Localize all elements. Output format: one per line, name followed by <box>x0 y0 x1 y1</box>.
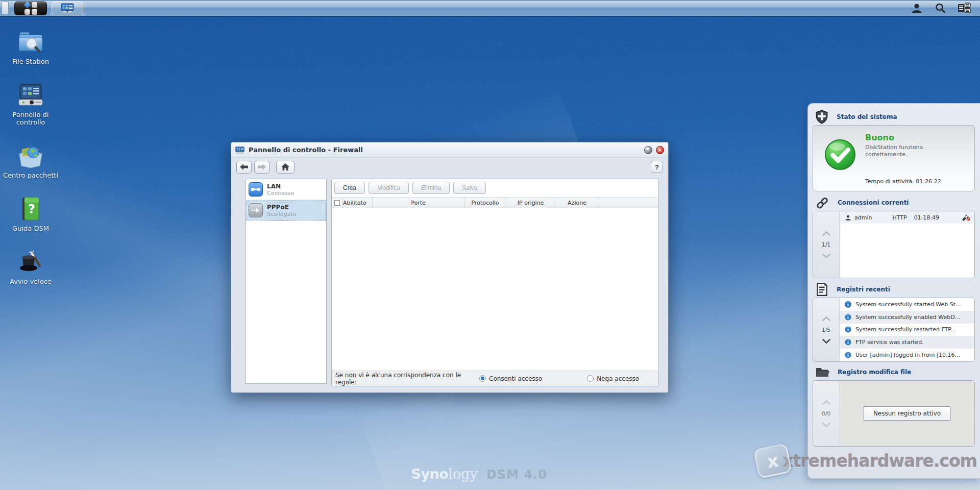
connection-protocol: HTTP <box>892 214 906 221</box>
allow-access-option[interactable]: Consenti accesso <box>479 375 542 382</box>
page-down-button[interactable] <box>821 422 831 428</box>
interface-list: LAN Connesso PPPoE Scollegato <box>246 179 327 384</box>
recent-logs-panel: 1/5 System successfully started Web St..… <box>813 298 975 362</box>
show-desktop-button[interactable] <box>2 2 9 15</box>
widget-title: Stato del sistema <box>837 113 897 120</box>
connection-row: admin HTTP 01:18:49 <box>840 211 974 224</box>
folder-icon <box>815 366 829 378</box>
pilot-view-button[interactable] <box>958 3 971 14</box>
rules-table-header: Abilitato Porte Protocollo IP origine Az… <box>332 197 658 208</box>
file-log-content: Nessun registro attivo <box>840 381 974 446</box>
lan-icon <box>249 182 263 197</box>
widget-sidebar: Stato del sistema Buono DiskStation funz… <box>807 103 980 479</box>
pager-label: 0/0 <box>822 410 831 417</box>
column-header-abilitato[interactable]: Abilitato <box>343 198 373 208</box>
user-icon <box>845 214 851 221</box>
connections-pager: 1/1 <box>813 211 840 278</box>
logs-pager: 1/5 <box>813 298 840 361</box>
user-icon <box>911 2 923 14</box>
desktop-icons: File Station Pannello di controllo <box>1 29 60 302</box>
page-down-button[interactable] <box>821 253 831 259</box>
widget-title: Registro modifica file <box>838 369 911 376</box>
interface-name: PPPoE <box>267 204 296 211</box>
xtremehardware-logo-icon: x <box>753 443 793 479</box>
taskbar-right-icons <box>911 2 980 14</box>
desktop: File Station Pannello di controllo <box>0 0 980 490</box>
info-icon <box>845 339 851 346</box>
main-menu-button[interactable] <box>14 2 47 15</box>
chevron-down-icon <box>822 423 830 427</box>
desktop-icon-dsm-help[interactable]: ? Guida DSM <box>1 195 60 232</box>
arrow-right-icon <box>258 164 266 170</box>
window-toolbar: ? <box>231 158 668 176</box>
firewall-rules-panel: Crea Modifica Elimina Salva Abilitato Po… <box>331 179 658 386</box>
desktop-icon-label: Avvio veloce <box>10 278 52 285</box>
control-panel-icon <box>16 82 45 108</box>
disconnect-button[interactable] <box>961 214 970 221</box>
system-status-panel: Buono DiskStation funziona correttamente… <box>813 125 975 191</box>
create-button[interactable]: Crea <box>334 182 365 194</box>
desktop-icon-label: Guida DSM <box>12 225 49 232</box>
chevron-up-icon <box>822 316 830 321</box>
pppoe-icon <box>249 203 263 217</box>
system-status-value: Buono <box>865 133 969 142</box>
column-header-ip-origine[interactable]: IP origine <box>506 198 555 208</box>
system-status-description: DiskStation funziona correttamente. <box>865 144 947 158</box>
page-up-button[interactable] <box>821 315 831 322</box>
svg-text:?: ? <box>28 202 35 216</box>
deny-access-option[interactable]: Nega accesso <box>587 375 639 382</box>
window-titlebar[interactable]: Pannello di controllo - Firewall ✕ <box>231 142 668 158</box>
radio-unselected-icon <box>587 375 594 382</box>
pager-label: 1/1 <box>822 241 831 248</box>
close-button[interactable]: ✕ <box>656 146 664 154</box>
column-header-azione[interactable]: Azione <box>555 198 599 208</box>
taskbar-item-control-panel[interactable] <box>52 2 83 15</box>
interface-item-pppoe[interactable]: PPPoE Scollegato <box>246 200 326 221</box>
default-policy-label: Se non vi è alcuna corrispondenza con le… <box>335 372 479 386</box>
rules-footer: Se non vi è alcuna corrispondenza con le… <box>332 371 658 386</box>
select-all-checkbox[interactable] <box>334 200 340 206</box>
interface-item-lan[interactable]: LAN Connesso <box>246 179 326 200</box>
log-row: FTP service was started. <box>840 336 974 349</box>
column-header-protocollo[interactable]: Protocollo <box>464 198 506 208</box>
window-icon <box>235 146 244 154</box>
page-down-button[interactable] <box>821 338 831 345</box>
desktop-icon-label: Centro pacchetti <box>3 172 58 179</box>
forward-button[interactable] <box>254 161 270 174</box>
save-button[interactable]: Salva <box>453 182 486 194</box>
desktop-icon-file-station[interactable]: File Station <box>1 29 60 65</box>
desktop-icon-control-panel[interactable]: Pannello di controllo <box>1 82 60 126</box>
search-button[interactable] <box>934 2 946 14</box>
dsm-help-icon: ? <box>16 195 45 222</box>
log-row: User [admin] logged in from [10.16... <box>840 349 974 361</box>
page-up-button[interactable] <box>821 399 831 406</box>
chevron-down-icon <box>822 339 830 344</box>
file-station-icon <box>16 29 45 55</box>
control-panel-window: Pannello di controllo - Firewall ✕ ? <box>231 142 669 393</box>
help-button[interactable]: ? <box>651 161 663 173</box>
chevron-up-icon <box>822 231 830 236</box>
rules-table-body <box>332 208 658 371</box>
file-change-log-header: Registro modifica file <box>813 364 975 380</box>
column-header-porte[interactable]: Porte <box>373 198 464 208</box>
home-icon <box>281 163 289 170</box>
interface-name: LAN <box>267 183 294 190</box>
page-up-button[interactable] <box>821 230 831 237</box>
package-center-icon <box>16 142 45 169</box>
taskbar <box>0 0 980 17</box>
control-panel-icon <box>61 3 74 13</box>
widget-title: Connessioni correnti <box>838 199 909 206</box>
delete-button[interactable]: Elimina <box>412 182 450 194</box>
pilot-view-icon <box>958 3 971 14</box>
desktop-icon-package-center[interactable]: Centro pacchetti <box>1 142 60 179</box>
window-title: Pannello di controllo - Firewall <box>249 146 363 154</box>
log-row: System successfully started Web St... <box>840 298 974 311</box>
back-button[interactable] <box>236 161 252 174</box>
edit-button[interactable]: Modifica <box>369 182 409 194</box>
home-button[interactable] <box>276 161 295 174</box>
desktop-icon-quick-start[interactable]: Avvio veloce <box>1 249 60 285</box>
connection-user: admin <box>854 214 872 221</box>
minimize-button[interactable] <box>644 146 652 154</box>
user-menu-button[interactable] <box>911 2 923 14</box>
desktop-icon-label: Pannello di controllo <box>1 111 60 126</box>
